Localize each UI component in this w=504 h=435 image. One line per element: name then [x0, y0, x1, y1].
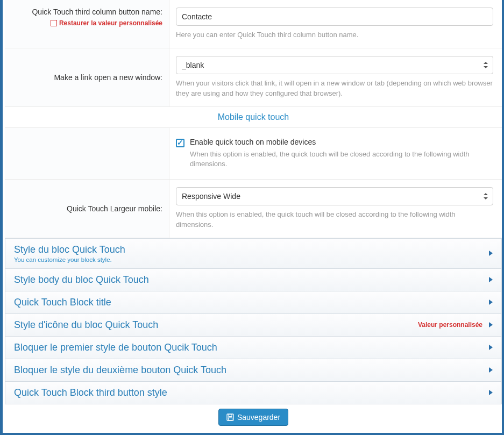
save-button[interactable]: Sauvegarder	[218, 409, 288, 426]
label-col-enable-mobile	[5, 128, 169, 180]
accordion-item[interactable]: Bloquer le premier style de bouton Qucik…	[5, 337, 502, 359]
accordion-subtitle: You can customize your block style.	[14, 256, 125, 263]
row-third-button-name: Quick Touch third column button name: Re…	[5, 0, 502, 48]
accordion-right	[489, 390, 493, 395]
accordion-container: Style du bloc Quick TouchYou can customi…	[5, 238, 502, 404]
label-col-mobile-width: Quick Touch Largeur mobile:	[5, 180, 169, 238]
row-mobile-width: Quick Touch Largeur mobile: Responsive W…	[5, 180, 502, 238]
accordion-right: Valeur personnalisée	[418, 321, 493, 329]
accordion-item[interactable]: Quick Touch Block third button style	[5, 382, 502, 404]
restore-custom-value[interactable]: Restaurer la valeur personnalisée	[51, 19, 162, 27]
accordion-title: Style body du bloc Quick Touch	[14, 274, 149, 286]
input-col-enable-mobile: Enable quick touch on mobile devices Whe…	[169, 128, 502, 180]
mobile-header-text: Mobile quick touch	[218, 112, 289, 122]
accordion-item[interactable]: Style du bloc Quick TouchYou can customi…	[5, 238, 502, 269]
save-icon	[226, 413, 234, 421]
accordion-left: Style d'icône du bloc Quick Touch	[14, 319, 158, 331]
restore-checkbox-icon	[51, 20, 57, 26]
input-col-mobile-width: Responsive Wide When this option is enab…	[169, 180, 502, 238]
accordion-right	[489, 299, 493, 305]
input-col-third-button: Here you can enter Quick Touch third col…	[169, 0, 502, 48]
accordion-title: Style du bloc Quick Touch	[14, 244, 125, 255]
accordion-item[interactable]: Bloquer le style du deuxième bouton Quic…	[5, 359, 502, 382]
accordion-right	[489, 251, 493, 256]
third-button-name-input[interactable]	[176, 8, 493, 26]
accordion-title: Style d'icône du bloc Quick Touch	[14, 319, 158, 331]
label-third-button-name: Quick Touch third column button name:	[32, 8, 162, 16]
label-col-link-target: Make a link open a new window:	[5, 48, 169, 106]
link-target-select[interactable]: _blank	[176, 56, 493, 74]
label-col-third-button: Quick Touch third column button name: Re…	[5, 0, 169, 48]
chevron-right-icon	[489, 251, 493, 256]
enable-mobile-checkbox[interactable]	[176, 139, 184, 147]
save-button-label: Sauvegarder	[237, 413, 280, 422]
chevron-right-icon	[489, 322, 493, 327]
svg-rect-0	[227, 414, 233, 420]
help-link-target: When your visitors click that link, it w…	[176, 79, 493, 99]
accordion-title: Quick Touch Block third button style	[14, 387, 167, 398]
row-link-target: Make a link open a new window: _blank Wh…	[5, 48, 502, 107]
accordion-left: Style du bloc Quick TouchYou can customi…	[14, 244, 125, 263]
input-col-link-target: _blank When your visitors click that lin…	[169, 48, 502, 106]
chevron-right-icon	[489, 277, 493, 282]
chevron-right-icon	[489, 299, 493, 305]
chevron-right-icon	[489, 390, 493, 395]
mobile-width-select[interactable]: Responsive Wide	[176, 187, 493, 205]
help-enable-mobile: When this option is enabled, the quick t…	[190, 149, 493, 170]
svg-rect-2	[228, 418, 232, 420]
accordion-left: Quick Touch Block title	[14, 297, 111, 308]
accordion-item[interactable]: Quick Touch Block title	[5, 291, 502, 314]
chevron-right-icon	[489, 367, 493, 373]
accordion-item[interactable]: Style body du bloc Quick Touch	[5, 269, 502, 291]
help-mobile-width: When this option is enabled, the quick t…	[176, 210, 493, 230]
accordion-left: Bloquer le premier style de bouton Qucik…	[14, 342, 217, 353]
row-enable-mobile: Enable quick touch on mobile devices Whe…	[5, 128, 502, 180]
accordion-right	[489, 277, 493, 282]
label-link-target: Make a link open a new window:	[54, 73, 162, 82]
accordion-right	[489, 345, 493, 350]
accordion-title: Quick Touch Block title	[14, 297, 111, 308]
mobile-quick-touch-header: Mobile quick touch	[5, 107, 502, 128]
accordion-left: Style body du bloc Quick Touch	[14, 274, 149, 286]
help-third-button: Here you can enter Quick Touch third col…	[176, 30, 493, 40]
accordion-title: Bloquer le style du deuxième bouton Quic…	[14, 365, 226, 376]
enable-mobile-label: Enable quick touch on mobile devices	[190, 138, 316, 146]
accordion-title: Bloquer le premier style de bouton Qucik…	[14, 342, 217, 353]
accordion-item[interactable]: Style d'icône du bloc Quick TouchValeur …	[5, 314, 502, 337]
custom-value-badge: Valeur personnalisée	[418, 321, 482, 329]
accordion-left: Quick Touch Block third button style	[14, 387, 167, 398]
label-mobile-width: Quick Touch Largeur mobile:	[67, 204, 162, 213]
restore-text: Restaurer la valeur personnalisée	[59, 19, 162, 27]
accordion-left: Bloquer le style du deuxième bouton Quic…	[14, 365, 226, 376]
save-bar: Sauvegarder	[5, 404, 502, 430]
chevron-right-icon	[489, 345, 493, 350]
accordion-right	[489, 367, 493, 373]
svg-rect-1	[229, 414, 232, 416]
